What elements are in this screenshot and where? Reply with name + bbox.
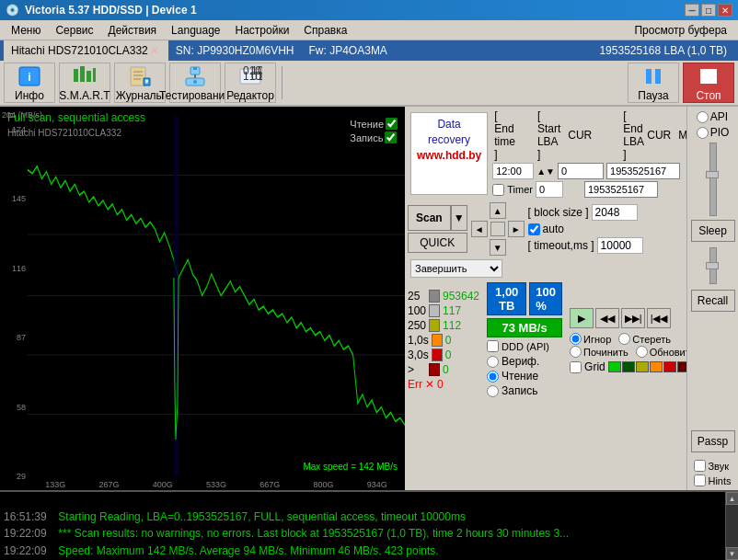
- grid-box-red: [663, 361, 676, 372]
- update-radio[interactable]: [636, 346, 648, 358]
- menu-help[interactable]: Справка: [296, 22, 354, 39]
- writing-radio-row: Запись: [487, 384, 562, 397]
- editor-button[interactable]: 010111001001 Редактор: [225, 63, 276, 103]
- toolbar-right-buttons: Пауза Стоп: [628, 63, 734, 103]
- auto-checkbox[interactable]: [528, 223, 540, 235]
- log-scroll-up[interactable]: ▲: [726, 492, 739, 505]
- hints-checkbox[interactable]: [694, 474, 706, 486]
- timeout-input[interactable]: [597, 237, 643, 254]
- svg-text:01: 01: [251, 70, 262, 83]
- slider-track[interactable]: [709, 143, 717, 216]
- playback-section: ▶ ◀◀ ▶▶| |◀◀ Игнор Стереть: [570, 306, 686, 373]
- pct-status: 100 %: [529, 282, 562, 315]
- minimize-button[interactable]: ─: [685, 4, 699, 17]
- close-button[interactable]: ✕: [718, 4, 732, 17]
- api-pio-section: API PIO: [697, 110, 730, 139]
- zvuk-checkbox[interactable]: [694, 460, 706, 472]
- tb-status: 1,00 TB: [487, 282, 526, 315]
- journals-button[interactable]: Журналы: [114, 63, 166, 103]
- passp-button[interactable]: Passp: [691, 430, 735, 452]
- pause-button[interactable]: Пауза: [628, 63, 679, 103]
- verif-radio-row: Вериф.: [487, 355, 562, 368]
- zvuk-row: Звук: [694, 460, 731, 472]
- block-size-input[interactable]: [592, 204, 638, 221]
- maximize-button[interactable]: □: [701, 4, 716, 17]
- menu-buffer[interactable]: Просмотр буфера: [627, 22, 734, 39]
- grid-checkbox[interactable]: [570, 361, 582, 373]
- writing-checkbox[interactable]: [385, 131, 397, 143]
- ddd-row: DDD (API): [487, 340, 562, 352]
- reading-check-row: Чтение: [350, 118, 398, 130]
- verif-radio[interactable]: [487, 356, 499, 368]
- titlebar-title: 💿 Victoria 5.37 HDD/SSD | Device 1: [6, 4, 197, 17]
- grid-box-darkgreen: [622, 361, 635, 372]
- stat-25: 25 953642: [408, 290, 479, 303]
- arrow-down-button[interactable]: ▼: [490, 239, 506, 256]
- drive-name[interactable]: Hitachi HDS721010CLA332 ✕: [4, 40, 168, 61]
- menu-language[interactable]: Language: [164, 22, 227, 39]
- log-scrollbar[interactable]: ▲ ▼: [725, 492, 738, 560]
- data-recovery-box: Data recovery www.hdd.by: [410, 112, 488, 195]
- arrow-left-button[interactable]: ◄: [471, 221, 488, 237]
- erase-radio[interactable]: [618, 333, 630, 345]
- scan-button[interactable]: Scan: [408, 205, 451, 231]
- main-area: 204 (MB/s) Full scan, sequential access …: [0, 107, 738, 490]
- slider-thumb[interactable]: [706, 171, 719, 178]
- end-button[interactable]: |◀◀: [647, 308, 671, 328]
- stat-bar-1s: [432, 334, 443, 347]
- timer-input[interactable]: [536, 181, 563, 198]
- recall-button[interactable]: Recall: [691, 290, 735, 312]
- scan-row: Scan ▼ QUICK ▲ ▼ ◄: [405, 200, 686, 257]
- info-button[interactable]: i Инфо: [4, 63, 55, 103]
- erase-radio-row: Стереть: [618, 333, 671, 345]
- slider2-track[interactable]: [709, 247, 717, 284]
- timer-row: Timer: [492, 181, 686, 198]
- menu-service[interactable]: Сервис: [48, 22, 100, 39]
- end-lba-cur-input[interactable]: [584, 181, 658, 198]
- quick-button[interactable]: QUICK: [408, 233, 467, 253]
- svg-rect-4: [86, 71, 91, 82]
- grid-boxes: [608, 361, 686, 372]
- skip-end-button[interactable]: ▶▶|: [621, 308, 645, 328]
- end-lba-input[interactable]: [606, 163, 680, 179]
- scan-dropdown-button[interactable]: ▼: [451, 205, 467, 231]
- arrow-right-button[interactable]: ►: [508, 221, 525, 237]
- menu-settings[interactable]: Настройки: [228, 22, 297, 39]
- stat-bar-3s: [432, 349, 443, 361]
- reading-radio[interactable]: [487, 371, 499, 383]
- finish-select[interactable]: Завершить: [410, 259, 502, 278]
- pause-icon: [640, 64, 666, 88]
- repair-radio[interactable]: [570, 346, 582, 358]
- ignore-radio[interactable]: [570, 333, 582, 345]
- writing-radio[interactable]: [487, 385, 499, 397]
- menu-menu[interactable]: Меню: [4, 22, 48, 39]
- smart-button[interactable]: S.M.A.R.T: [59, 63, 110, 103]
- play-button[interactable]: ▶: [570, 308, 594, 328]
- testing-button[interactable]: Тестирование: [169, 63, 221, 103]
- arrow-up-button[interactable]: ▲: [490, 202, 506, 219]
- drive-close-icon[interactable]: ✕: [150, 44, 159, 57]
- pio-radio[interactable]: [697, 127, 709, 139]
- timer-checkbox[interactable]: [492, 184, 504, 196]
- sleep-button[interactable]: Sleep: [691, 220, 735, 242]
- graph-area: 204 (MB/s) Full scan, sequential access …: [0, 107, 405, 490]
- window-controls: ─ □ ✕: [685, 4, 732, 17]
- rewind-button[interactable]: ◀◀: [595, 308, 619, 328]
- lba-inputs: ▲▼: [492, 163, 686, 179]
- log-scroll-down[interactable]: ▼: [726, 547, 739, 560]
- log-content: 16:51:39 Starting Reading, LBA=0..195352…: [0, 492, 725, 560]
- start-lba-input[interactable]: [558, 163, 604, 179]
- grid-box-darkred: [677, 361, 686, 372]
- pio-radio-row: PIO: [697, 126, 730, 139]
- menu-actions[interactable]: Действия: [101, 22, 165, 39]
- svg-rect-5: [93, 68, 96, 82]
- time-input[interactable]: [492, 163, 534, 179]
- stat-bar-250: [429, 319, 440, 332]
- reading-radio-row: Чтение: [487, 370, 562, 383]
- reading-checkbox[interactable]: [386, 118, 398, 130]
- auto-row: auto: [528, 223, 643, 235]
- ddd-checkbox[interactable]: [487, 340, 499, 352]
- stop-button[interactable]: Стоп: [683, 63, 734, 103]
- slider2-thumb[interactable]: [706, 262, 719, 269]
- api-radio[interactable]: [697, 111, 709, 123]
